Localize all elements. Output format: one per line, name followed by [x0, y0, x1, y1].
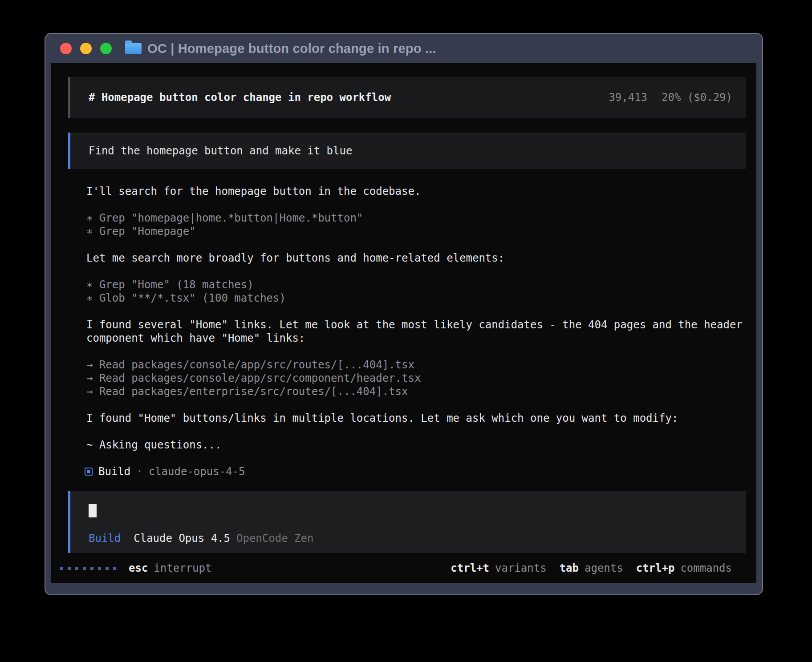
spinner-dots: [60, 567, 116, 570]
spinner-dot-icon: [98, 567, 101, 570]
shortcut-key: ctrl+p: [636, 562, 675, 574]
conversation-line: I found "Home" buttons/links in multiple…: [86, 412, 747, 425]
conversation-line: ∗ Grep "Home" (18 matches): [86, 278, 747, 291]
title-bar[interactable]: OC | Homepage button color change in rep…: [45, 34, 762, 63]
terminal-content: # Homepage button color change in repo w…: [51, 63, 756, 583]
folder-icon: [125, 43, 142, 54]
conversation-line: ~ Asking questions...: [86, 438, 747, 452]
agent-status-row: Build · claude-opus-4-5: [85, 465, 746, 478]
conversation-line: → Read packages/enterprise/src/routes/[.…: [86, 385, 747, 398]
conversation-line: ∗ Grep "Homepage": [86, 225, 747, 238]
conversation-line: [86, 398, 747, 412]
agent-build-icon: [85, 468, 93, 476]
session-title: # Homepage button color change in repo w…: [89, 91, 391, 104]
status-bar: esc interrupt ctrl+tvariantstabagentsctr…: [60, 561, 732, 575]
mode-label[interactable]: Build: [89, 532, 121, 545]
provider-name: OpenCode Zen: [236, 532, 313, 545]
shortcut-key: tab: [560, 562, 579, 574]
token-count: 39,413: [609, 91, 647, 104]
shortcut-label: variants: [495, 562, 547, 574]
conversation-line: [86, 198, 747, 211]
shortcut-label: commands: [680, 562, 732, 574]
esc-label: interrupt: [154, 562, 211, 574]
input-status-row: Build Claude Opus 4.5 OpenCode Zen: [89, 532, 732, 545]
conversation-line: [86, 305, 747, 318]
context-cost: 20% ($0.29): [662, 91, 732, 104]
zoom-button-icon[interactable]: [100, 43, 112, 54]
agent-model: claude-opus-4-5: [149, 465, 245, 478]
prompt-input[interactable]: Build Claude Opus 4.5 OpenCode Zen: [68, 491, 746, 553]
desktop: { "window": { "title": "OC | Homepage bu…: [0, 0, 812, 662]
conversation-line: I'll search for the homepage button in t…: [86, 185, 747, 198]
esc-key: esc: [129, 562, 148, 574]
window-title: OC | Homepage button color change in rep…: [147, 41, 436, 56]
shortcut-interrupt: esc interrupt: [129, 562, 211, 574]
conversation-line: I found several "Home" links. Let me loo…: [86, 318, 747, 345]
user-message-text: Find the homepage button and make it blu…: [89, 145, 352, 157]
spinner-dot-icon: [90, 567, 93, 570]
conversation-line: Let me search more broadly for buttons a…: [86, 251, 747, 265]
minimize-button-icon[interactable]: [80, 43, 92, 54]
conversation-line: ∗ Grep "homepage|home.*button|Home.*butt…: [86, 211, 747, 225]
shortcut-label: agents: [585, 562, 623, 574]
text-cursor: [89, 504, 97, 517]
spinner-dot-icon: [83, 567, 86, 570]
session-stats: 39,413 20% ($0.29): [609, 91, 732, 104]
close-button-icon[interactable]: [60, 43, 72, 54]
spinner-dot-icon: [68, 567, 71, 570]
shortcut-agents: tabagents: [560, 562, 623, 574]
traffic-lights: [60, 43, 112, 54]
conversation-line: [86, 238, 747, 251]
spinner-dot-icon: [106, 567, 109, 570]
window-bottom-edge: [45, 583, 762, 594]
terminal-window: OC | Homepage button color change in rep…: [45, 33, 763, 595]
session-header: # Homepage button color change in repo w…: [68, 77, 746, 118]
user-message: Find the homepage button and make it blu…: [68, 133, 746, 169]
conversation-line: [86, 345, 747, 358]
conversation-line: [86, 452, 747, 465]
shortcut-key: ctrl+t: [451, 562, 489, 574]
shortcut-hints: ctrl+tvariantstabagentsctrl+pcommands: [451, 562, 732, 574]
conversation-line: [86, 425, 747, 438]
spinner-dot-icon: [113, 567, 116, 570]
agent-separator: ·: [136, 465, 142, 478]
shortcut-commands: ctrl+pcommands: [636, 562, 732, 574]
spinner-dot-icon: [75, 567, 78, 570]
agent-name: Build: [98, 465, 130, 478]
conversation-line: → Read packages/console/app/src/componen…: [86, 371, 747, 385]
conversation-line: [86, 265, 747, 278]
conversation: I'll search for the homepage button in t…: [86, 185, 747, 465]
conversation-line: → Read packages/console/app/src/routes/[…: [86, 358, 747, 371]
model-name[interactable]: Claude Opus 4.5: [134, 532, 230, 545]
shortcut-variants: ctrl+tvariants: [451, 562, 546, 574]
spinner-dot-icon: [60, 567, 63, 570]
conversation-line: ∗ Glob "**/*.tsx" (100 matches): [86, 291, 747, 305]
